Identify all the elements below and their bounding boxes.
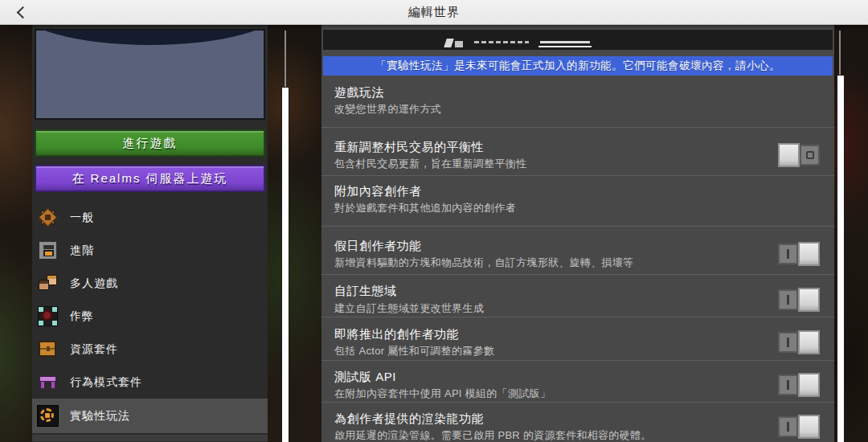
setting-subtitle: 新增資料驅動的方塊和物品技術，自訂方塊形狀、旋轉、損壞等 xyxy=(334,256,633,270)
play-button[interactable]: 進行遊戲 xyxy=(35,129,265,157)
toggle-track xyxy=(778,289,798,310)
sidebar-item-label: 進階 xyxy=(70,244,94,258)
on-glyph xyxy=(787,295,789,305)
section-header-gameplay: 遊戲玩法 改變您世界的運作方式 xyxy=(321,76,834,127)
sidebar-item-label: 實驗性玩法 xyxy=(70,409,130,424)
setting-title: 測試版 API xyxy=(334,369,551,385)
scrolled-banner-remnant xyxy=(323,30,833,50)
toggle-knob xyxy=(798,373,820,397)
toggle-knob xyxy=(798,415,820,439)
sidebar-item-multiplayer[interactable]: 多人遊戲 xyxy=(32,267,268,300)
setting-title: 即將推出的創作者功能 xyxy=(334,326,494,342)
experiments-panel: 「實驗性玩法」是未來可能會正式加入的新功能。它們可能會破壞內容，請小心。 遊戲玩… xyxy=(321,24,834,442)
sidebar-item-label: 資源套件 xyxy=(70,342,118,357)
experiments-warning-banner: 「實驗性玩法」是未來可能會正式加入的新功能。它們可能會破壞內容，請小心。 xyxy=(323,56,833,76)
toggle-villager-trade-off[interactable] xyxy=(778,143,820,167)
experiments-icon xyxy=(37,405,59,427)
toggle-track xyxy=(800,145,820,166)
toggle-track xyxy=(778,332,798,353)
on-glyph xyxy=(787,380,789,390)
setting-subtitle: 包含村民交易更新，旨在重新調整平衡性 xyxy=(334,158,526,171)
world-sidebar: 進行遊戲 在 Realms 伺服器上遊玩 一般 進階 多人遊戲 xyxy=(32,24,268,442)
on-glyph xyxy=(787,422,789,432)
realms-button[interactable]: 在 Realms 伺服器上遊玩 xyxy=(35,165,265,192)
settings-nav: 一般 進階 多人遊戲 作弊 xyxy=(32,201,268,441)
on-glyph xyxy=(787,249,789,259)
setting-subtitle: 包括 Actor 屬性和可調整的霧參數 xyxy=(334,345,494,358)
nav-next-row-sliver xyxy=(32,435,268,441)
setting-row-villager-trade: 重新調整村民交易的平衡性 包含村民交易更新，旨在重新調整平衡性 xyxy=(321,127,834,175)
left-scrollbar-track xyxy=(285,31,286,88)
right-scrollbar-thumb[interactable] xyxy=(837,75,845,442)
toggle-knob xyxy=(798,288,820,312)
setting-subtitle: 啟用延遲的渲染管線。需要已啟用 PBR 的資源套件和相容的硬體。 xyxy=(334,429,652,442)
toggle-knob xyxy=(798,242,820,266)
setting-row-upcoming-creator: 即將推出的創作者功能 包括 Actor 屬性和可調整的霧參數 xyxy=(321,317,834,360)
sidebar-item-label: 行為模式套件 xyxy=(70,375,142,390)
edit-world-screen: 編輯世界 進行遊戲 在 Realms 伺服器上遊玩 一般 進階 xyxy=(0,0,868,442)
setting-title: 假日創作者功能 xyxy=(334,238,633,254)
toggle-track xyxy=(778,374,798,395)
page-title: 編輯世界 xyxy=(408,5,460,20)
setting-title: 自訂生態域 xyxy=(334,283,484,299)
sidebar-item-label: 一般 xyxy=(70,211,94,225)
toggle-render-dragon-on[interactable] xyxy=(778,415,820,439)
toggle-track xyxy=(778,416,798,437)
setting-row-beta-api: 測試版 API 在附加內容套件中使用 API 模組的「測試版」 xyxy=(321,360,834,402)
sidebar-item-general[interactable]: 一般 xyxy=(32,201,268,234)
off-glyph xyxy=(806,151,814,159)
behavior-pack-icon xyxy=(37,371,59,393)
world-preview-image xyxy=(35,29,265,120)
toggle-custom-biomes-on[interactable] xyxy=(778,288,820,312)
setting-title: 重新調整村民交易的平衡性 xyxy=(334,139,526,155)
cheats-icon xyxy=(37,305,59,327)
sidebar-item-cheats[interactable]: 作弊 xyxy=(32,300,268,333)
toggle-upcoming-creator-on[interactable] xyxy=(778,330,820,354)
sidebar-item-advanced[interactable]: 進階 xyxy=(32,234,268,267)
furnace-icon xyxy=(37,239,59,261)
setting-title: 為創作者提供的渲染龍功能 xyxy=(334,411,652,427)
toggle-track xyxy=(778,244,798,264)
section-title: 遊戲玩法 xyxy=(334,84,821,100)
toggle-knob xyxy=(798,330,820,354)
setting-row-render-dragon: 為創作者提供的渲染龍功能 啟用延遲的渲染管線。需要已啟用 PBR 的資源套件和相… xyxy=(321,402,834,442)
right-scrollbar-track xyxy=(839,31,841,76)
gear-icon xyxy=(37,207,59,228)
section-subtitle: 對於遊戲套件和其他追加內容的創作者 xyxy=(334,202,821,215)
setting-row-custom-biomes: 自訂生態域 建立自訂生態域並更改世界生成 xyxy=(321,274,834,317)
multiplayer-icon xyxy=(37,272,59,294)
sidebar-item-resource-packs[interactable]: 資源套件 xyxy=(32,333,268,366)
sidebar-item-label: 多人遊戲 xyxy=(70,276,118,291)
left-scrollbar-thumb[interactable] xyxy=(281,87,289,442)
on-glyph xyxy=(787,338,789,347)
section-subtitle: 改變您世界的運作方式 xyxy=(334,103,821,117)
setting-row-holiday-creator: 假日創作者功能 新增資料驅動的方塊和物品技術，自訂方塊形狀、旋轉、損壞等 xyxy=(321,226,834,274)
section-header-addon-creators: 附加內容創作者 對於遊戲套件和其他追加內容的創作者 xyxy=(321,175,834,226)
setting-subtitle: 建立自訂生態域並更改世界生成 xyxy=(334,302,484,316)
toggle-beta-api-on[interactable] xyxy=(778,373,820,397)
sidebar-item-experiments[interactable]: 實驗性玩法 xyxy=(32,399,268,433)
back-button[interactable] xyxy=(8,0,34,24)
top-bar: 編輯世界 xyxy=(0,0,868,25)
toggle-holiday-creator-on[interactable] xyxy=(778,242,820,266)
setting-subtitle: 在附加內容套件中使用 API 模組的「測試版」 xyxy=(334,387,551,401)
sidebar-item-behavior-packs[interactable]: 行為模式套件 xyxy=(32,366,268,399)
resource-pack-icon xyxy=(37,338,59,360)
chevron-left-icon xyxy=(16,6,29,18)
sidebar-item-label: 作弊 xyxy=(70,309,94,324)
section-title: 附加內容創作者 xyxy=(334,183,821,199)
toggle-knob xyxy=(778,143,800,167)
